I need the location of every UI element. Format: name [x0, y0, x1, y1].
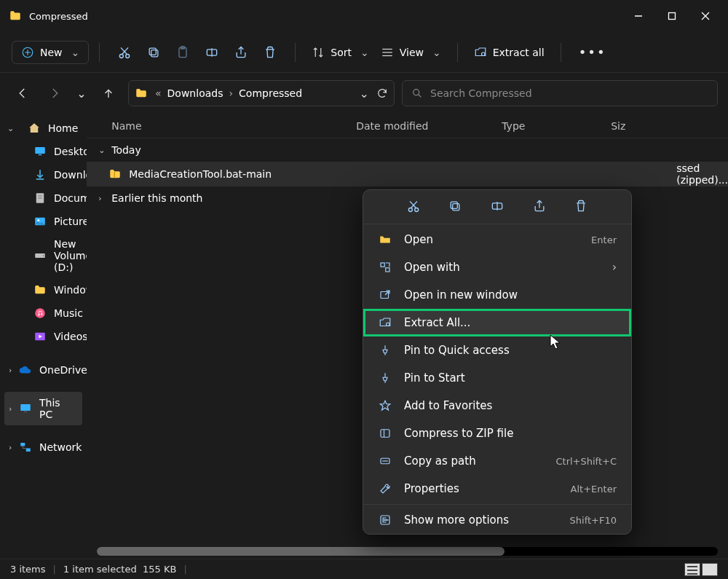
- group-today[interactable]: ⌄ Today: [87, 138, 728, 162]
- ctx-hint: Enter: [591, 235, 617, 245]
- delete-button[interactable]: [256, 38, 285, 67]
- group-label: Today: [111, 144, 141, 156]
- sidebar-item-videos[interactable]: Videos: [4, 325, 82, 348]
- sidebar-item-onedrive[interactable]: › OneDrive - Personal: [4, 358, 82, 382]
- file-row-selected[interactable]: MediaCreationTool.bat-main ssed (zipped)…: [87, 162, 728, 186]
- sidebar-item-home[interactable]: ⌄ Home: [4, 117, 82, 140]
- ctx-copypath[interactable]: Copy as path Ctrl+Shift+C: [363, 447, 631, 475]
- desktop-icon: [33, 145, 47, 158]
- sidebar-item-documents[interactable]: Documents 📌: [4, 186, 82, 210]
- ctx-label: Compress to ZIP file: [404, 427, 617, 440]
- svg-rect-40: [114, 172, 116, 178]
- svg-rect-39: [26, 449, 31, 452]
- music-icon: [33, 307, 47, 320]
- chevron-down-icon: ⌄: [360, 47, 369, 58]
- svg-rect-24: [39, 154, 42, 156]
- sidebar-item-network[interactable]: › Network: [4, 436, 82, 459]
- ctx-copy-button[interactable]: [446, 197, 464, 215]
- view-label: View: [400, 47, 424, 58]
- paste-button[interactable]: [168, 38, 197, 67]
- ctx-label: Open in new window: [404, 288, 617, 302]
- ctx-properties[interactable]: Properties Alt+Enter: [363, 475, 631, 503]
- more-button[interactable]: •••: [571, 44, 614, 60]
- recent-locations-button[interactable]: ⌄: [74, 81, 89, 106]
- column-size[interactable]: Siz: [611, 120, 654, 132]
- search-placeholder: Search Compressed: [430, 87, 532, 99]
- maximize-button[interactable]: [655, 0, 689, 32]
- chevron-down-icon[interactable]: ⌄: [360, 87, 369, 101]
- sidebar-item-desktop[interactable]: Desktop 📌: [4, 140, 82, 163]
- sidebar-item-music[interactable]: Music: [4, 302, 82, 325]
- ctx-newwindow[interactable]: Open in new window: [363, 281, 631, 309]
- ctx-label: Copy as path: [404, 454, 544, 468]
- cloud-icon: [19, 363, 32, 377]
- column-name[interactable]: Name: [87, 120, 356, 132]
- sidebar-label: Network: [39, 441, 82, 453]
- chevron-right-icon: ›: [9, 404, 12, 414]
- ctx-label: Open with: [404, 261, 601, 274]
- sidebar-item-newvolume[interactable]: New Volume (D:): [4, 233, 82, 278]
- ctx-addfavorites[interactable]: Add to Favorites: [363, 392, 631, 420]
- svg-line-9: [122, 47, 128, 54]
- up-button[interactable]: [96, 81, 121, 106]
- sidebar-label: Music: [54, 307, 83, 319]
- sidebar-item-windows[interactable]: Windows: [4, 278, 82, 302]
- copy-button[interactable]: [139, 38, 168, 67]
- ctx-delete-button[interactable]: [572, 197, 590, 215]
- ctx-showmore[interactable]: Show more options Shift+F10: [363, 506, 631, 534]
- navigation-row: ⌄ « Downloads › Compressed ⌄ Search Comp…: [0, 73, 728, 114]
- minimize-button[interactable]: [622, 0, 655, 32]
- column-date[interactable]: Date modified: [356, 120, 502, 132]
- forward-button[interactable]: [42, 81, 67, 106]
- ctx-openwith[interactable]: Open with ›: [363, 253, 631, 281]
- column-headers: Name Date modified Type Siz: [87, 114, 728, 138]
- ctx-cut-button[interactable]: [405, 197, 422, 215]
- ctx-open[interactable]: Open Enter: [363, 226, 631, 253]
- extract-all-button[interactable]: Extract all: [468, 46, 550, 59]
- svg-point-7: [120, 54, 124, 58]
- status-bar: 3 items | 1 item selected 155 KB |: [0, 559, 728, 579]
- horizontal-scrollbar[interactable]: [97, 547, 718, 556]
- close-button[interactable]: [689, 0, 722, 32]
- chevron-down-icon: ⌄: [432, 47, 441, 58]
- ctx-compress[interactable]: Compress to ZIP file: [363, 420, 631, 447]
- column-type[interactable]: Type: [502, 120, 611, 132]
- svg-line-44: [410, 201, 416, 208]
- breadcrumb-seg1[interactable]: Downloads: [167, 87, 223, 99]
- chevron-down-icon: ⌄: [98, 146, 107, 155]
- share-button[interactable]: [226, 38, 256, 67]
- view-button[interactable]: View ⌄: [375, 46, 447, 59]
- sidebar-item-pictures[interactable]: Pictures 📌: [4, 210, 82, 233]
- refresh-button[interactable]: [376, 87, 388, 99]
- status-size: 155 KB: [143, 564, 176, 575]
- sidebar-item-downloads[interactable]: Downloads 📌: [4, 163, 82, 186]
- ctx-rename-button[interactable]: [488, 197, 506, 215]
- sidebar-label: Home: [48, 122, 78, 134]
- rename-button[interactable]: [197, 38, 226, 67]
- back-button[interactable]: [10, 81, 35, 106]
- breadcrumb-seg2[interactable]: Compressed: [239, 87, 302, 99]
- address-bar[interactable]: « Downloads › Compressed ⌄: [128, 80, 395, 106]
- folder-icon: [33, 283, 47, 296]
- svg-line-22: [419, 95, 421, 97]
- svg-point-52: [387, 323, 390, 326]
- svg-rect-38: [20, 443, 25, 446]
- icons-view-icon[interactable]: [702, 563, 718, 576]
- ctx-share-button[interactable]: [531, 197, 548, 215]
- ctx-extractall[interactable]: Extract All...: [363, 309, 631, 336]
- ctx-pinstart[interactable]: Pin to Start: [363, 364, 631, 392]
- details-view-icon[interactable]: [684, 563, 700, 576]
- sidebar-item-thispc[interactable]: › This PC: [4, 392, 82, 425]
- path-icon: [378, 454, 392, 468]
- sort-button[interactable]: Sort ⌄: [306, 46, 374, 59]
- openwith-icon: [378, 260, 392, 275]
- svg-rect-49: [381, 263, 384, 267]
- new-button[interactable]: New ⌄: [12, 41, 89, 64]
- search-input[interactable]: Search Compressed: [402, 80, 718, 106]
- view-toggle[interactable]: [684, 563, 718, 576]
- ctx-pinquickaccess[interactable]: Pin to Quick access: [363, 336, 631, 364]
- sidebar-label: Windows: [54, 284, 87, 296]
- home-icon: [28, 122, 41, 135]
- svg-rect-1: [669, 13, 676, 20]
- cut-button[interactable]: [110, 38, 139, 67]
